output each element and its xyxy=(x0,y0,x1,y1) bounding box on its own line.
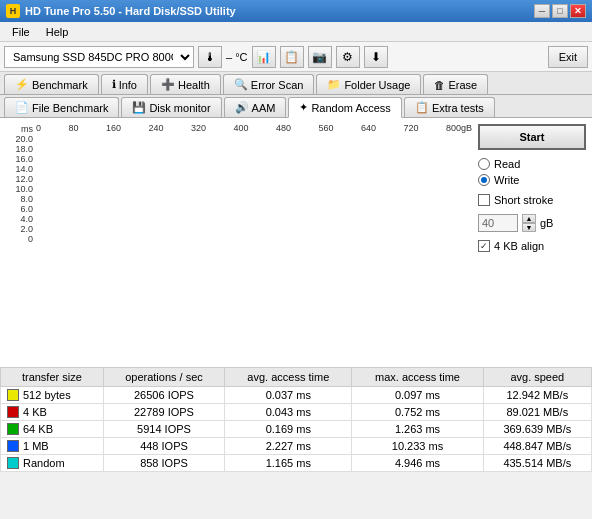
device-select[interactable]: Samsung SSD 845DC PRO 800GB (800 g xyxy=(4,46,194,68)
menu-help[interactable]: Help xyxy=(38,24,77,40)
table-header-row: transfer size operations / sec avg. acce… xyxy=(1,368,592,387)
cell-ops-0: 26506 IOPS xyxy=(103,387,224,404)
tab-erase[interactable]: 🗑 Erase xyxy=(423,74,488,94)
cell-label-2: 64 KB xyxy=(1,421,104,438)
tab-health[interactable]: ➕ Health xyxy=(150,74,221,94)
cell-max-access-1: 0.752 ms xyxy=(352,404,483,421)
menu-file[interactable]: File xyxy=(4,24,38,40)
disk-monitor-icon: 💾 xyxy=(132,101,146,114)
short-stroke-checkbox[interactable] xyxy=(478,194,490,206)
x-axis: 0 80 160 240 320 400 480 560 640 720 800… xyxy=(36,122,472,134)
row-color-3 xyxy=(7,440,19,452)
file-benchmark-icon: 📄 xyxy=(15,101,29,114)
spin-up-button[interactable]: ▲ xyxy=(522,214,536,223)
tab-disk-monitor[interactable]: 💾 Disk monitor xyxy=(121,97,221,117)
cell-label-0: 512 bytes xyxy=(1,387,104,404)
table-row: Random 858 IOPS 1.165 ms 4.946 ms 435.51… xyxy=(1,455,592,472)
cell-max-access-4: 4.946 ms xyxy=(352,455,483,472)
temp-icon[interactable]: 🌡 xyxy=(198,46,222,68)
cell-avg-access-2: 0.169 ms xyxy=(225,421,352,438)
tab-info[interactable]: ℹ Info xyxy=(101,74,148,94)
cell-avg-speed-3: 448.847 MB/s xyxy=(483,438,591,455)
cell-avg-speed-2: 369.639 MB/s xyxy=(483,421,591,438)
col-ops: operations / sec xyxy=(103,368,224,387)
toolbar-btn-2[interactable]: 📋 xyxy=(280,46,304,68)
cell-avg-access-3: 2.227 ms xyxy=(225,438,352,455)
temp-display: – °C xyxy=(226,51,248,63)
write-radio[interactable] xyxy=(478,174,490,186)
error-scan-icon: 🔍 xyxy=(234,78,248,91)
radio-group: Read Write xyxy=(478,158,586,186)
row-color-4 xyxy=(7,457,19,469)
cell-avg-speed-0: 12.942 MB/s xyxy=(483,387,591,404)
tab-random-access[interactable]: ✦ Random Access xyxy=(288,97,401,118)
col-avg-speed: avg. speed xyxy=(483,368,591,387)
cell-ops-3: 448 IOPS xyxy=(103,438,224,455)
row-color-1 xyxy=(7,406,19,418)
cell-max-access-3: 10.233 ms xyxy=(352,438,483,455)
toolbar-btn-3[interactable]: 📷 xyxy=(308,46,332,68)
short-stroke-checkbox-row[interactable]: Short stroke xyxy=(478,194,586,206)
toolbar-btn-4[interactable]: ⚙ xyxy=(336,46,360,68)
cell-ops-2: 5914 IOPS xyxy=(103,421,224,438)
col-transfer-size: transfer size xyxy=(1,368,104,387)
minimize-button[interactable]: ─ xyxy=(534,4,550,18)
cell-label-4: Random xyxy=(1,455,104,472)
tab-file-benchmark[interactable]: 📄 File Benchmark xyxy=(4,97,119,117)
toolbar-btn-1[interactable]: 📊 xyxy=(252,46,276,68)
spin-down-button[interactable]: ▼ xyxy=(522,223,536,232)
tab-benchmark[interactable]: ⚡ Benchmark xyxy=(4,74,99,94)
cell-max-access-0: 0.097 ms xyxy=(352,387,483,404)
main-content: ms 20.0 18.0 16.0 14.0 12.0 10.0 8.0 6.0… xyxy=(0,118,592,367)
chart-container: ms 20.0 18.0 16.0 14.0 12.0 10.0 8.0 6.0… xyxy=(0,118,472,367)
info-icon: ℹ xyxy=(112,78,116,91)
folder-icon: 📁 xyxy=(327,78,341,91)
chart-with-x: Xil...ard 0 80 160 240 320 400 480 560 6… xyxy=(36,122,472,134)
cell-avg-speed-1: 89.021 MB/s xyxy=(483,404,591,421)
title-text: HD Tune Pro 5.50 - Hard Disk/SSD Utility xyxy=(25,5,534,17)
kb-align-checkbox-row[interactable]: 4 KB align xyxy=(478,240,586,252)
kb-align-checkbox[interactable] xyxy=(478,240,490,252)
table-row: 1 MB 448 IOPS 2.227 ms 10.233 ms 448.847… xyxy=(1,438,592,455)
aam-icon: 🔊 xyxy=(235,101,249,114)
data-table: transfer size operations / sec avg. acce… xyxy=(0,367,592,472)
table-body: 512 bytes 26506 IOPS 0.037 ms 0.097 ms 1… xyxy=(1,387,592,472)
menu-bar: File Help xyxy=(0,22,592,42)
tab-error-scan[interactable]: 🔍 Error Scan xyxy=(223,74,315,94)
tab-extra-tests[interactable]: 📋 Extra tests xyxy=(404,97,495,117)
cell-max-access-2: 1.263 ms xyxy=(352,421,483,438)
cell-avg-access-4: 1.165 ms xyxy=(225,455,352,472)
table-row: 4 KB 22789 IOPS 0.043 ms 0.752 ms 89.021… xyxy=(1,404,592,421)
gb-input[interactable] xyxy=(478,214,518,232)
col-avg-access: avg. access time xyxy=(225,368,352,387)
gb-input-row: ▲ ▼ gB xyxy=(478,214,586,232)
tab-folder-usage[interactable]: 📁 Folder Usage xyxy=(316,74,421,94)
random-access-icon: ✦ xyxy=(299,101,308,114)
window-controls[interactable]: ─ □ ✕ xyxy=(534,4,586,18)
row-color-2 xyxy=(7,423,19,435)
read-radio[interactable] xyxy=(478,158,490,170)
benchmark-icon: ⚡ xyxy=(15,78,29,91)
health-icon: ➕ xyxy=(161,78,175,91)
maximize-button[interactable]: □ xyxy=(552,4,568,18)
y-axis: ms 20.0 18.0 16.0 14.0 12.0 10.0 8.0 6.0… xyxy=(4,122,36,246)
cell-avg-speed-4: 435.514 MB/s xyxy=(483,455,591,472)
cell-label-1: 4 KB xyxy=(1,404,104,421)
radio-write[interactable]: Write xyxy=(478,174,586,186)
title-bar: H HD Tune Pro 5.50 - Hard Disk/SSD Utili… xyxy=(0,0,592,22)
exit-button[interactable]: Exit xyxy=(548,46,588,68)
radio-read[interactable]: Read xyxy=(478,158,586,170)
toolbar: Samsung SSD 845DC PRO 800GB (800 g 🌡 – °… xyxy=(0,42,592,72)
extra-tests-icon: 📋 xyxy=(415,101,429,114)
cell-avg-access-1: 0.043 ms xyxy=(225,404,352,421)
start-button[interactable]: Start xyxy=(478,124,586,150)
toolbar-btn-5[interactable]: ⬇ xyxy=(364,46,388,68)
erase-icon: 🗑 xyxy=(434,79,445,91)
row-color-0 xyxy=(7,389,19,401)
cell-label-3: 1 MB xyxy=(1,438,104,455)
cell-ops-1: 22789 IOPS xyxy=(103,404,224,421)
table-row: 64 KB 5914 IOPS 0.169 ms 1.263 ms 369.63… xyxy=(1,421,592,438)
tab-aam[interactable]: 🔊 AAM xyxy=(224,97,287,117)
close-button[interactable]: ✕ xyxy=(570,4,586,18)
app-icon: H xyxy=(6,4,20,18)
